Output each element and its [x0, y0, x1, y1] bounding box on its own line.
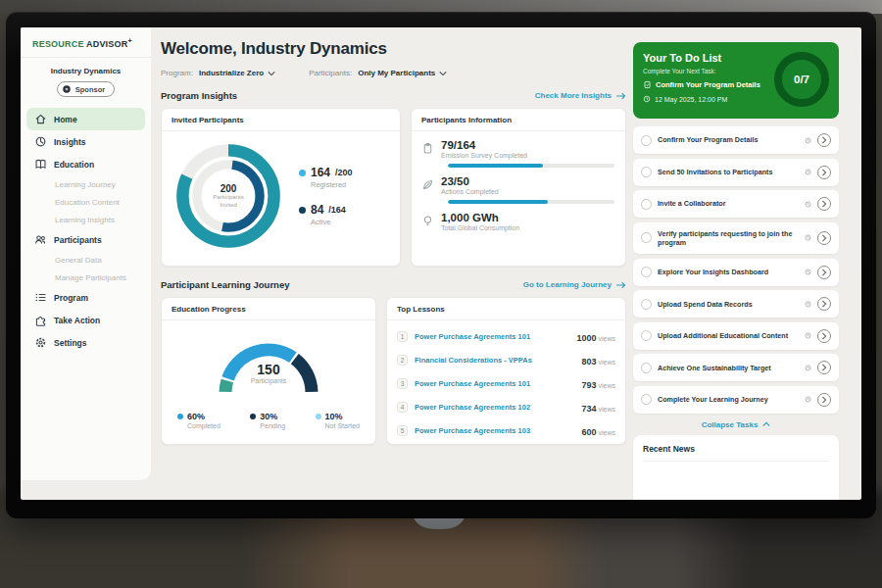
todo-due-label: 12 May 2025, 12:00 PM — [655, 96, 727, 103]
sponsor-icon — [62, 84, 72, 94]
todo-due: 12 May 2025, 12:00 PM — [643, 95, 760, 103]
task-checkbox[interactable] — [641, 299, 652, 310]
sidebar-item-home[interactable]: Home — [26, 108, 145, 130]
sidebar-item-learning-journey[interactable]: Learning Journey — [26, 175, 145, 193]
lesson-link[interactable]: Power Purchase Agreements 101 — [415, 332, 569, 341]
donut-center-label: Invited — [220, 202, 237, 210]
page-title: Welcome, Industry Dynamics — [161, 39, 626, 59]
sidebar-item-settings[interactable]: Settings — [26, 331, 145, 354]
section-title: Program Insights — [161, 90, 237, 101]
task-open-button[interactable] — [817, 231, 831, 245]
sidebar-item-take-action[interactable]: Take Action — [26, 309, 145, 331]
task-checkbox[interactable] — [641, 330, 652, 341]
stat-actions-completed: 23/50 Actions Completed — [421, 175, 615, 204]
sponsor-badge[interactable]: Sponsor — [57, 81, 115, 97]
task-open-button[interactable] — [817, 297, 831, 311]
task-checkbox[interactable] — [641, 135, 652, 146]
task-open-button[interactable] — [817, 329, 831, 343]
sidebar-nav: Home Insights Education Learning Journey… — [21, 108, 151, 354]
views-suffix: views — [598, 335, 615, 342]
gauge-center-value: 150 — [257, 362, 279, 377]
task-row[interactable]: Upload Spend Data Records — [633, 290, 839, 318]
sidebar-item-education-content[interactable]: Education Content — [26, 193, 145, 211]
task-row[interactable]: Achieve One Sustainability Target — [633, 354, 839, 381]
task-open-button[interactable] — [817, 197, 831, 211]
task-row[interactable]: Explore Your Insights Dashboard — [633, 259, 839, 286]
sidebar-item-manage-participants[interactable]: Manage Participants — [26, 269, 145, 286]
legend-pct: 30% — [260, 412, 277, 421]
logo-primary: RESOURCE — [32, 39, 84, 49]
deadline-icon — [805, 137, 811, 144]
task-open-button[interactable] — [817, 133, 831, 147]
task-checkbox[interactable] — [641, 232, 652, 243]
sidebar-item-label: Education — [54, 160, 94, 170]
sidebar-item-label: Insights — [54, 137, 86, 147]
sidebar-item-program[interactable]: Program — [26, 286, 145, 309]
sidebar-item-education[interactable]: Education — [26, 153, 145, 175]
sidebar-item-insights[interactable]: Insights — [26, 130, 145, 153]
go-to-learning-journey-link[interactable]: Go to Learning Journey — [523, 280, 626, 289]
check-more-insights-link[interactable]: Check More Insights — [535, 91, 626, 100]
task-row[interactable]: Send 50 Invitations to Participants — [633, 159, 839, 186]
lesson-row: 1 Power Purchase Agreements 101 1000view… — [397, 324, 615, 348]
lesson-link[interactable]: Financial Considerations - VPPAs — [415, 356, 574, 365]
arrow-right-icon — [615, 281, 626, 289]
lesson-row: 4 Power Purchase Agreements 102 734views — [397, 395, 615, 418]
todo-next-task[interactable]: Confirm Your Program Details — [643, 80, 760, 89]
stat-emission-survey: 79/164 Emission Survey Completed — [421, 139, 615, 168]
lesson-link[interactable]: Power Purchase Agreements 102 — [415, 403, 574, 412]
sidebar-item-label: Manage Participants — [55, 273, 126, 282]
task-row[interactable]: Invite a Collaborator — [633, 190, 839, 218]
deadline-icon — [805, 169, 811, 175]
participants-information-card: Participants Information 79/164 Emission… — [411, 108, 626, 267]
task-checkbox[interactable] — [641, 167, 652, 177]
task-label: Upload Additional Educational Content — [658, 331, 799, 340]
sidebar-item-learning-insights[interactable]: Learning Insights — [26, 211, 145, 228]
todo-next-task-label: Confirm Your Program Details — [656, 80, 760, 89]
sidebar-item-label: Learning Journey — [55, 180, 116, 189]
task-row[interactable]: Confirm Your Program Details — [633, 126, 839, 154]
lesson-views: 793 — [581, 380, 596, 390]
journey-cards-row: Education Progress 150 Participants — [161, 297, 626, 445]
lesson-views: 600 — [581, 427, 596, 437]
donut-legend: 164/200 Registered 84/164 Active — [299, 166, 353, 226]
todo-task-list: Confirm Your Program Details Send 50 Inv… — [633, 126, 839, 414]
sidebar-item-participants[interactable]: Participants — [26, 228, 145, 251]
todo-counter: 0/7 — [794, 74, 809, 85]
invited-donut-chart: 200 Participants Invited — [172, 139, 285, 253]
collapse-tasks-link[interactable]: Collapse Tasks — [702, 420, 771, 429]
sidebar-item-label: Program — [54, 293, 88, 303]
task-checkbox[interactable] — [641, 363, 652, 373]
task-open-button[interactable] — [817, 166, 831, 179]
lesson-views: 1000 — [576, 333, 596, 343]
education-progress-card: Education Progress 150 Participants — [161, 297, 376, 445]
chevron-down-icon — [268, 71, 275, 76]
participants-filter-select[interactable]: Only My Participants — [358, 69, 447, 77]
participants-filter-value: Only My Participants — [358, 69, 435, 77]
sidebar-item-general-data[interactable]: General Data — [26, 251, 145, 269]
program-filter-select[interactable]: Industrialize Zero — [199, 69, 275, 77]
lesson-link[interactable]: Power Purchase Agreements 101 — [415, 379, 574, 388]
stat-value: 1,000 GWh — [441, 212, 519, 223]
task-checkbox[interactable] — [641, 199, 652, 210]
card-title: Top Lessons — [387, 298, 625, 320]
task-checkbox[interactable] — [641, 267, 652, 277]
task-open-button[interactable] — [817, 393, 831, 407]
lesson-rank: 1 — [397, 331, 408, 342]
task-row[interactable]: Verify participants requesting to join t… — [633, 222, 839, 255]
legend-denominator: /200 — [335, 168, 353, 177]
lesson-row: 2 Financial Considerations - VPPAs 803vi… — [397, 348, 615, 371]
task-open-button[interactable] — [817, 361, 831, 374]
insights-cards-row: Invited Participants 200 Participants I — [161, 108, 626, 267]
lesson-link[interactable]: Power Purchase Agreements 103 — [415, 426, 574, 435]
task-open-button[interactable] — [817, 266, 831, 279]
legend-label: Pending — [260, 422, 285, 429]
task-row[interactable]: Complete Your Learning Journey — [633, 386, 839, 414]
lesson-rank: 4 — [397, 402, 408, 413]
task-row[interactable]: Upload Additional Educational Content — [633, 322, 839, 350]
main-content: Welcome, Industry Dynamics Program: Indu… — [151, 27, 633, 500]
active-dot — [299, 207, 306, 214]
legend-not-started: 10% Not Started — [316, 412, 360, 429]
task-checkbox[interactable] — [641, 394, 652, 405]
legend-active: 84/164 Active — [299, 203, 353, 226]
